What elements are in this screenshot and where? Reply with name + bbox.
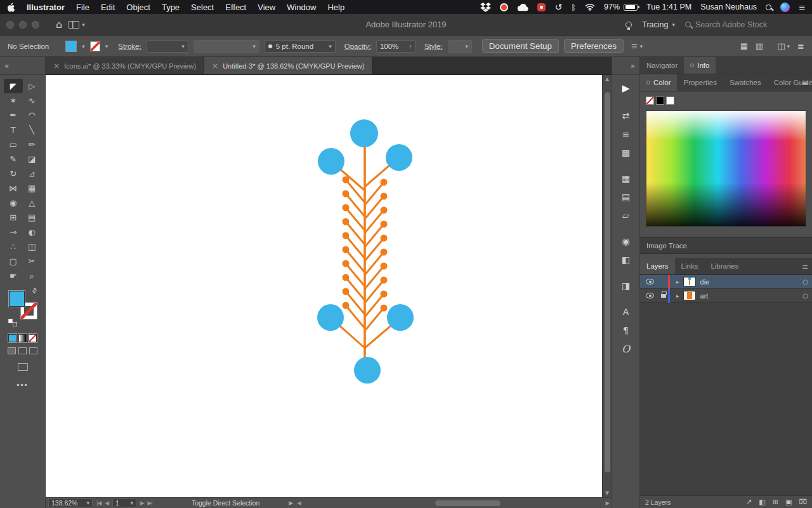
document-setup-button[interactable]: Document Setup	[482, 39, 559, 53]
panel-menu-icon[interactable]: ≡	[802, 79, 808, 88]
last-artboard-button[interactable]: ▶|	[148, 500, 152, 506]
draw-normal-button[interactable]	[8, 347, 16, 354]
none-swatch[interactable]	[646, 97, 654, 105]
tab-color[interactable]: Color	[640, 74, 677, 91]
fill-color-swatch[interactable]	[65, 41, 77, 52]
layer-target-icon[interactable]: ○	[802, 278, 808, 285]
vertical-scrollbar[interactable]: ▲ ▼	[602, 75, 612, 497]
layer-row-art[interactable]: ▸art○	[640, 289, 812, 303]
opacity-label[interactable]: Opacity:	[344, 43, 371, 50]
scroll-left-icon[interactable]: ◀	[297, 500, 301, 506]
adobe-stock-search[interactable]	[685, 20, 806, 29]
new-layer-icon[interactable]: ▣	[785, 498, 792, 506]
color-spectrum[interactable]	[646, 110, 806, 227]
apple-menu-icon[interactable]	[6, 2, 15, 12]
tab-layers[interactable]: Layers	[640, 258, 675, 274]
menu-view[interactable]: View	[252, 3, 281, 12]
mesh-tool[interactable]: ⊞	[4, 210, 23, 225]
align-panel-icon[interactable]: ▤	[617, 189, 636, 205]
pencil-tool[interactable]: ✎	[4, 152, 23, 166]
paintbrush-tool[interactable]: ✏	[23, 137, 42, 152]
menu-type[interactable]: Type	[156, 3, 185, 12]
transform-panel-icon[interactable]: ▱	[617, 207, 636, 224]
minimize-window-button[interactable]	[19, 21, 27, 29]
menu-edit[interactable]: Edit	[95, 3, 121, 12]
bluetooth-icon[interactable]: ᛒ	[571, 3, 576, 12]
pathfinder-panel-icon[interactable]: ⇄	[617, 107, 636, 124]
type-tool[interactable]: T	[4, 123, 23, 137]
expand-chevron-icon[interactable]: ▸	[676, 279, 679, 285]
zoom-level-select[interactable]: 138.62% ▾	[48, 498, 93, 507]
zoom-tool[interactable]: ⌕	[23, 269, 42, 283]
clipping-mask-icon[interactable]: ◧	[759, 498, 765, 506]
lightbulb-icon[interactable]	[625, 22, 632, 28]
stroke-chevron-icon[interactable]: ▾	[105, 43, 108, 50]
default-fill-stroke-icon[interactable]	[8, 319, 17, 326]
vertical-scroll-thumb[interactable]	[605, 92, 610, 472]
align-options-icon[interactable]: ≡▾	[631, 41, 643, 51]
layer-row-die[interactable]: ▸die○	[640, 275, 812, 289]
stock-search-input[interactable]	[695, 20, 790, 29]
visibility-toggle-icon[interactable]	[646, 279, 654, 284]
opacity-select[interactable]: 100% ›	[376, 40, 416, 53]
gradient-panel-icon[interactable]: ▩	[617, 144, 636, 161]
workspace-chevron-icon[interactable]: ▾	[82, 22, 85, 28]
layer-target-icon[interactable]: ○	[802, 292, 808, 299]
paragraph-panel-icon[interactable]: ¶	[617, 322, 636, 338]
canvas[interactable]	[46, 75, 602, 497]
line-segment-tool[interactable]: ╲	[23, 123, 42, 137]
tab-swatches[interactable]: Swatches	[723, 74, 768, 91]
gradient-mode-button[interactable]	[18, 334, 27, 342]
brush-definition-select[interactable]: ● 5 pt. Round ▾	[265, 40, 336, 53]
scroll-up-icon[interactable]: ▲	[605, 76, 609, 82]
new-sublayer-icon[interactable]: ⊞	[773, 498, 778, 506]
horizontal-scroll-thumb[interactable]	[435, 500, 501, 506]
red-circle-status-icon[interactable]	[500, 3, 508, 11]
eraser-tool[interactable]: ◪	[23, 152, 42, 166]
battery-icon[interactable]	[624, 4, 638, 11]
menu-bar-clock[interactable]: Tue 1:41 PM	[646, 3, 691, 11]
dock-grid-icon[interactable]: ▦	[740, 41, 748, 51]
lock-toggle-icon[interactable]	[659, 294, 668, 298]
symbols-panel-icon[interactable]: ◧	[617, 251, 636, 268]
menu-window[interactable]: Window	[281, 3, 322, 12]
column-graph-tool[interactable]: ◫	[23, 239, 42, 254]
home-icon[interactable]: ⌂	[56, 18, 62, 30]
stroke-panel-icon[interactable]: ≡	[617, 126, 636, 142]
collect-export-icon[interactable]: ↗	[746, 498, 752, 506]
free-transform-tool[interactable]: ▦	[23, 181, 42, 196]
menu-bar-user[interactable]: Susan Neuhaus	[700, 3, 757, 11]
close-tab-icon[interactable]: ×	[212, 62, 218, 70]
spotlight-search-icon[interactable]	[766, 4, 771, 10]
style-select[interactable]: ▾	[448, 40, 472, 53]
tab-properties[interactable]: Properties	[677, 74, 723, 91]
direct-selection-tool[interactable]: ▷	[23, 79, 42, 93]
dock-grid-icon-2[interactable]: ▥	[756, 41, 763, 51]
draw-inside-button[interactable]	[29, 347, 37, 354]
stroke-label[interactable]: Stroke:	[118, 43, 141, 50]
arrange-documents-icon[interactable]: ◫▾	[777, 41, 790, 51]
screen-mode-button[interactable]	[18, 363, 28, 371]
black-swatch[interactable]	[656, 97, 664, 105]
expand-chevron-icon[interactable]: ▸	[676, 293, 679, 299]
gradient-tool[interactable]: ▤	[23, 210, 42, 225]
menu-object[interactable]: Object	[121, 3, 156, 12]
swap-fill-stroke-icon[interactable]: ⇄	[30, 286, 39, 295]
collapse-tools-icon[interactable]: «	[4, 62, 9, 70]
scroll-right-icon[interactable]: ▶	[605, 500, 609, 506]
fill-chevron-icon[interactable]: ▾	[82, 43, 85, 50]
slice-tool[interactable]: ✂	[23, 254, 42, 269]
curvature-tool[interactable]: ◠	[23, 108, 42, 123]
siri-icon[interactable]	[780, 3, 790, 12]
artboards-panel-icon[interactable]: ◨	[617, 277, 636, 294]
delete-layer-icon[interactable]: ⌧	[799, 498, 807, 506]
horizontal-scrollbar[interactable]	[304, 500, 602, 507]
hand-tool[interactable]: ☛	[4, 269, 23, 283]
prev-artboard-button[interactable]: ◀	[105, 500, 108, 506]
visibility-toggle-icon[interactable]	[646, 293, 654, 298]
menu-help[interactable]: Help	[322, 3, 350, 12]
character-panel-icon[interactable]: A	[617, 304, 636, 320]
close-window-button[interactable]	[6, 21, 14, 29]
first-artboard-button[interactable]: |◀	[96, 500, 101, 506]
status-play-icon[interactable]: ▶	[289, 500, 293, 506]
